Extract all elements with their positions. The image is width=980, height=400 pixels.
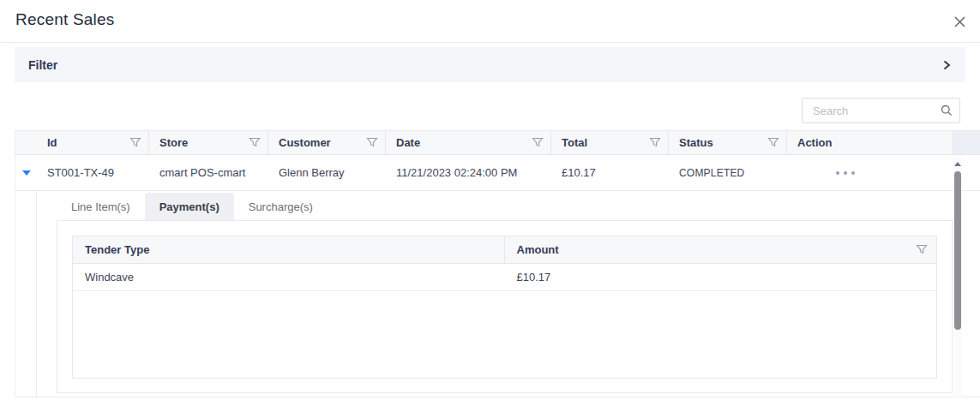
cell-customer: Glenn Berray: [268, 166, 386, 179]
chevron-right-icon: [941, 59, 952, 71]
column-label-customer: Customer: [279, 136, 331, 149]
page-title: Recent Sales: [15, 10, 114, 29]
filter-icon[interactable]: [129, 137, 141, 148]
payments-header-row: Tender Type Amount: [73, 236, 936, 264]
scrollbar-thumb[interactable]: [954, 171, 961, 330]
column-label-action: Action: [797, 136, 832, 149]
payments-grid: Tender Type Amount Windcave £10.17: [72, 236, 937, 379]
payments-tab-panel: Tender Type Amount Windcave £10.17: [57, 220, 953, 393]
tab-payments[interactable]: Payment(s): [145, 193, 234, 220]
search-input[interactable]: [802, 98, 960, 123]
status-badge: COMPLETED: [669, 167, 787, 179]
detail-tabs: Line Item(s) Payment(s) Surcharge(s): [57, 193, 980, 220]
detail-content: Line Item(s) Payment(s) Surcharge(s) Ten…: [37, 191, 980, 397]
filter-icon[interactable]: [649, 137, 661, 148]
filter-icon[interactable]: [767, 137, 779, 148]
cell-total: £10.17: [551, 166, 669, 179]
cell-store: cmart POS-cmart: [149, 166, 268, 179]
close-button[interactable]: [952, 14, 968, 30]
row-expander-cell: [15, 170, 37, 176]
search-icon[interactable]: [941, 104, 953, 116]
tab-line-items[interactable]: Line Item(s): [57, 193, 145, 220]
header-divider: [0, 42, 980, 43]
vertical-scrollbar[interactable]: [953, 156, 962, 398]
header-scrollbar-spacer: [953, 131, 980, 154]
cell-date: 11/21/2023 02:24:00 PM: [386, 166, 551, 179]
sales-grid: Id Store Customer Date Total: [15, 130, 980, 397]
header-cell-action: Action: [787, 131, 953, 154]
collapse-row-icon[interactable]: [22, 170, 31, 176]
grid-header-row: Id Store Customer Date Total: [15, 130, 980, 155]
close-icon: [953, 15, 966, 28]
cell-id: ST001-TX-49: [37, 166, 149, 179]
header-cell-tender-type: Tender Type: [73, 236, 505, 263]
filter-icon[interactable]: [916, 244, 928, 255]
column-label-tender-type: Tender Type: [85, 243, 149, 256]
header-cell-id: Id: [37, 131, 149, 154]
cell-tender-type: Windcave: [73, 271, 505, 284]
column-label-amount: Amount: [517, 243, 559, 256]
sales-table-row[interactable]: ST001-TX-49 cmart POS-cmart Glenn Berray…: [15, 155, 980, 191]
header-cell-status: Status: [669, 131, 787, 154]
ellipsis-icon[interactable]: [836, 171, 953, 175]
detail-row: Line Item(s) Payment(s) Surcharge(s) Ten…: [15, 191, 980, 397]
header-cell-date: Date: [386, 131, 551, 154]
search-box: [802, 98, 960, 123]
header-cell-amount: Amount: [505, 236, 937, 263]
filter-icon[interactable]: [532, 137, 544, 148]
cell-action: [787, 171, 953, 175]
column-label-store: Store: [159, 136, 188, 149]
filter-icon[interactable]: [249, 137, 261, 148]
header-cell-expander: [15, 131, 37, 154]
column-label-date: Date: [396, 136, 420, 149]
column-label-total: Total: [562, 136, 587, 149]
filter-icon[interactable]: [366, 137, 378, 148]
payment-row[interactable]: Windcave £10.17: [73, 264, 936, 291]
header-cell-customer: Customer: [268, 131, 386, 154]
hierarchy-cell: [15, 191, 37, 397]
scroll-up-icon[interactable]: [954, 162, 961, 166]
tab-surcharges[interactable]: Surcharge(s): [234, 193, 328, 220]
column-label-status: Status: [679, 136, 713, 149]
column-label-id: Id: [47, 136, 57, 149]
filter-panel-label: Filter: [28, 58, 57, 72]
header-cell-store: Store: [149, 131, 268, 154]
filter-panel-header[interactable]: Filter: [15, 47, 965, 82]
header-cell-total: Total: [551, 131, 669, 154]
cell-amount: £10.17: [505, 271, 551, 284]
